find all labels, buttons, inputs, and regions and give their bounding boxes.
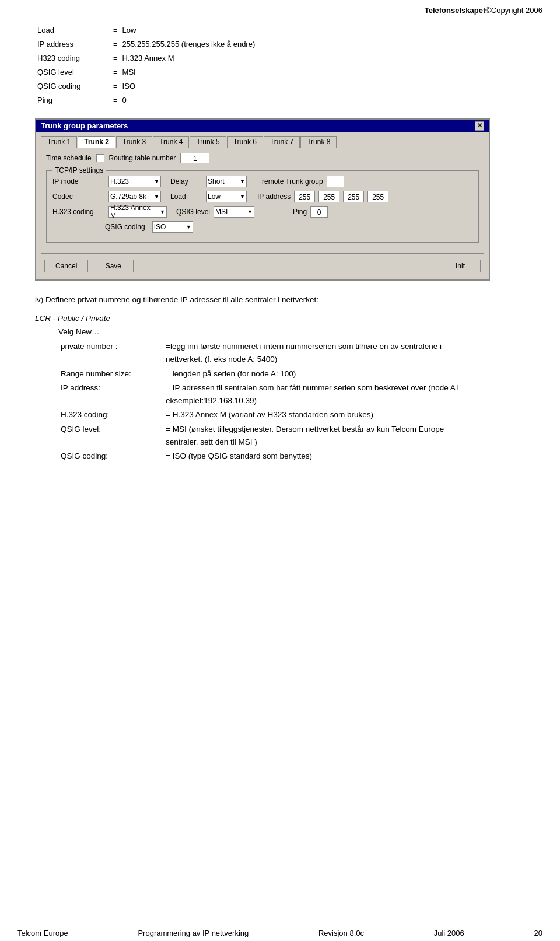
codec-arrow: ▼: [154, 194, 159, 200]
qsig-value-lcr: = MSI (ønsket tilleggstjenester. Dersom …: [163, 422, 467, 450]
codec-select[interactable]: G.729ab 8k ▼: [108, 191, 161, 202]
h323-label-lcr: H.323 coding:: [58, 408, 152, 422]
tcpip-group-title: TCP/IP settings: [52, 166, 106, 174]
tab-trunk2[interactable]: Trunk 2: [78, 136, 116, 148]
dialog-title: Trunk group parameters: [41, 121, 128, 130]
qsig-coding-select[interactable]: ISO ▼: [152, 221, 193, 233]
h323-select[interactable]: H.323 Annex M ▼: [108, 206, 167, 218]
tab-trunk5[interactable]: Trunk 5: [190, 136, 226, 148]
ip-address-label: IP address: [35, 37, 111, 51]
h323-value: H.323 Annex M: [120, 51, 258, 65]
remote-tg-field[interactable]: [327, 176, 344, 187]
section-description: iv) Definere privat numrene og tilhørend…: [35, 295, 318, 304]
load-select[interactable]: Low ▼: [206, 191, 247, 202]
ipmode-row: IP mode H.323 ▼ Delay Short ▼ remote Tru…: [52, 176, 473, 187]
range-label: Range number size:: [58, 367, 152, 381]
ip-value-lcr: = IP adressen til sentralen som har fått…: [163, 381, 467, 408]
qsig-level-label: QSIG level: [35, 65, 111, 79]
qsig-level-value-dlg: MSI: [215, 208, 228, 216]
h323-value-lcr: = H.323 Annex M (variant av H323 standar…: [163, 408, 467, 422]
tab-trunk7[interactable]: Trunk 7: [264, 136, 300, 148]
velg-new: Velg New…: [58, 327, 525, 336]
tab-trunk3[interactable]: Trunk 3: [116, 136, 152, 148]
save-button[interactable]: Save: [93, 260, 134, 272]
delay-value: Short: [208, 177, 225, 186]
time-schedule-label: Time schedule: [46, 154, 92, 162]
routing-table-value[interactable]: 1: [180, 153, 209, 163]
footer-page: 20: [534, 929, 542, 937]
brand-name: Telefonselskapet: [425, 6, 486, 15]
ip-oct4[interactable]: 255: [368, 191, 388, 202]
tab-trunk4[interactable]: Trunk 4: [153, 136, 189, 148]
qsig-coding-row: QSIG coding ISO ▼: [52, 221, 473, 233]
footer-company: Telcom Europe: [18, 929, 68, 937]
ping-value-dlg[interactable]: 0: [310, 206, 328, 218]
qsig-level-label-dlg: QSIG level: [176, 208, 210, 216]
delay-select[interactable]: Short ▼: [206, 176, 247, 187]
ping-label: Ping: [35, 93, 111, 107]
h323-row: H.323 coding H.323 Annex M ▼ QSIG level …: [52, 206, 473, 218]
tab-trunk8[interactable]: Trunk 8: [300, 136, 337, 148]
schedule-row: Time schedule Routing table number 1: [46, 153, 479, 163]
lcr-row-qsig: QSIG level: = MSI (ønsket tilleggstjenes…: [58, 422, 467, 450]
trunk-group-dialog: Trunk group parameters ✕ Trunk 1 Trunk 2…: [35, 118, 490, 281]
routing-table-label: Routing table number: [109, 154, 176, 162]
page-header: Telefonselskapet©Copyright 2006: [0, 0, 560, 18]
section-text: iv) Definere privat numrene og tilhørend…: [35, 293, 525, 306]
copyright-text: ©Copyright 2006: [485, 6, 542, 15]
cancel-button[interactable]: Cancel: [44, 260, 88, 272]
range-value: = lengden på serien (for node A: 100): [163, 367, 467, 381]
codec-value: G.729ab 8k: [110, 193, 146, 201]
ip-oct3[interactable]: 255: [343, 191, 364, 202]
load-value-dlg: Low: [208, 193, 220, 201]
qsig-level-value: MSI: [120, 65, 258, 79]
codec-row: Codec G.729ab 8k ▼ Load Low ▼ IP address…: [52, 191, 473, 202]
ip-oct2[interactable]: 255: [318, 191, 340, 202]
h323-label: H323 coding: [35, 51, 111, 65]
left-buttons: Cancel Save: [44, 260, 134, 272]
info-block: Load = Low IP address = 255.255.255.255 …: [35, 23, 525, 108]
delay-arrow: ▼: [240, 179, 245, 184]
lcr-row-h323: H.323 coding: = H.323 Annex M (variant a…: [58, 408, 467, 422]
ipmode-select[interactable]: H.323 ▼: [108, 176, 161, 187]
load-label: Load: [35, 23, 111, 37]
ping-label-dlg: Ping: [293, 208, 307, 216]
tcpip-group: TCP/IP settings IP mode H.323 ▼ Delay Sh…: [46, 170, 479, 243]
dialog-body: Trunk 1 Trunk 2 Trunk 3 Trunk 4 Trunk 5 …: [36, 132, 489, 279]
ipmode-arrow: ▼: [154, 179, 159, 184]
h323-value-dlg: H.323 Annex M: [110, 204, 158, 220]
load-arrow: ▼: [240, 194, 245, 200]
ip-oct1[interactable]: 255: [294, 191, 315, 202]
time-schedule-checkbox[interactable]: [96, 154, 104, 162]
lcr-section: LCR - Public / Private Velg New… private…: [35, 314, 525, 463]
footer-date: Juli 2006: [434, 929, 464, 937]
qsig-coding-label: QSIG coding: [35, 79, 111, 93]
private-number-value: =legg inn første nummeret i intern numme…: [163, 340, 467, 367]
lcr-desc-table: private number : =legg inn første nummer…: [58, 340, 467, 463]
qsig-level-select[interactable]: MSI ▼: [214, 206, 254, 218]
ipmode-label: IP mode: [52, 177, 105, 186]
footer-revision: Revisjon 8.0c: [318, 929, 364, 937]
load-sep: =: [111, 23, 120, 37]
tab-trunk6[interactable]: Trunk 6: [227, 136, 263, 148]
page-footer: Telcom Europe Programmering av IP nettve…: [0, 925, 560, 941]
tab-trunk1[interactable]: Trunk 1: [41, 136, 77, 148]
init-button[interactable]: Init: [440, 260, 481, 272]
ping-value: 0: [120, 93, 258, 107]
delay-label: Delay: [170, 177, 202, 186]
dialog-close-button[interactable]: ✕: [475, 121, 484, 131]
dialog-titlebar: Trunk group parameters ✕: [36, 120, 489, 132]
lcr-row-ip: IP address: = IP adressen til sentralen …: [58, 381, 467, 408]
qsig-coding-value: ISO: [120, 79, 258, 93]
qsig-coding-arrow: ▼: [186, 224, 191, 230]
lcr-title: LCR - Public / Private: [35, 314, 525, 323]
qsigcoding-value-lcr: = ISO (type QSIG standard som benyttes): [163, 449, 467, 463]
lcr-row-range: Range number size: = lengden på serien (…: [58, 367, 467, 381]
ipmode-value: H.323: [110, 177, 129, 186]
dialog-buttons: Cancel Save Init: [41, 257, 484, 275]
ip-address-value: 255.255.255.255 (trenges ikke å endre): [120, 37, 258, 51]
private-number-label: private number :: [58, 340, 152, 367]
load-value: Low: [120, 23, 258, 37]
qsig-coding-value-dlg: ISO: [154, 223, 166, 231]
tabs-row: Trunk 1 Trunk 2 Trunk 3 Trunk 4 Trunk 5 …: [41, 136, 484, 148]
